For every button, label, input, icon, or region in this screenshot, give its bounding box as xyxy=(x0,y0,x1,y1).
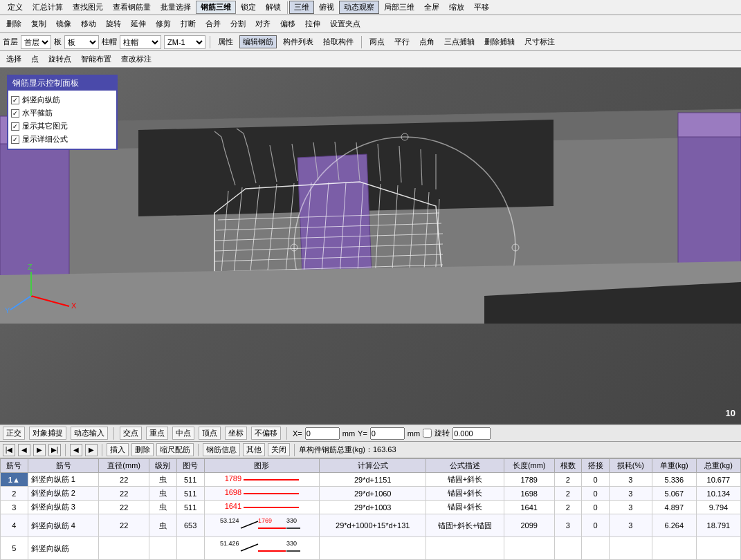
panel-item-4[interactable]: ✓ 显示详细公式 xyxy=(11,133,113,146)
panel-label-2: 水平箍筋 xyxy=(22,108,53,118)
btn-intersection[interactable]: 交点 xyxy=(120,427,142,440)
btn-copy[interactable]: 复制 xyxy=(28,17,50,30)
menu-view-rebar[interactable]: 查看钢筋量 xyxy=(108,1,156,14)
checkbox-3[interactable]: ✓ xyxy=(11,122,19,131)
menu-local-3d[interactable]: 局部三维 xyxy=(379,1,419,14)
row-3-num: 3 xyxy=(1,501,28,514)
rebar-table-container[interactable]: 筋号 筋号 直径(mm) 级别 图号 图形 计算公式 公式描述 长度(mm) 根… xyxy=(0,458,741,560)
btn-close[interactable]: 关闭 xyxy=(268,443,290,456)
btn-del-row[interactable]: 删除 xyxy=(131,443,154,456)
menu-find[interactable]: 查找图元 xyxy=(68,1,108,14)
btn-point-angle[interactable]: 点角 xyxy=(416,35,438,48)
element-select[interactable]: 柱帽 xyxy=(120,35,161,49)
type-select[interactable]: 板 xyxy=(64,35,99,49)
btn-nav-next2[interactable]: ▶ xyxy=(85,444,98,456)
sep4 xyxy=(113,427,114,440)
menu-fullscreen[interactable]: 全屏 xyxy=(419,1,444,14)
panel-item-2[interactable]: ✓ 水平箍筋 xyxy=(11,106,113,120)
svg-text:51.426: 51.426 xyxy=(220,540,239,547)
btn-edit-rebar[interactable]: 编辑钢筋 xyxy=(239,35,277,48)
checkbox-2[interactable]: ✓ xyxy=(11,109,19,118)
row-3-grade: 虫 xyxy=(149,501,177,514)
btn-point[interactable]: 点 xyxy=(28,53,42,66)
row-1-num: 1▲ xyxy=(1,473,28,487)
btn-vertex[interactable]: 顶点 xyxy=(199,427,221,440)
btn-nav-prev[interactable]: ◀ xyxy=(18,444,30,456)
btn-property[interactable]: 属性 xyxy=(214,35,237,48)
viewport-3d[interactable]: Y X Z 钢筋显示控制面板 ✓ 斜竖向纵筋 ✓ 水平箍筋 ✓ 显示其它图元 ✓… xyxy=(0,68,741,424)
btn-smart-layout[interactable]: 智能布置 xyxy=(77,53,115,66)
btn-snap[interactable]: 对象捕捉 xyxy=(29,427,66,440)
panel-item-3[interactable]: ✓ 显示其它图元 xyxy=(11,120,113,133)
element-id-select[interactable]: ZM-1 xyxy=(164,35,205,49)
btn-dimension[interactable]: 尺寸标注 xyxy=(521,35,558,48)
btn-rotate[interactable]: 旋转 xyxy=(102,17,125,30)
menu-batch[interactable]: 批量选择 xyxy=(156,1,196,14)
btn-nav-prev2[interactable]: ◀ xyxy=(70,444,82,456)
floor-select[interactable]: 首层 xyxy=(21,35,51,49)
row-4-grade: 虫 xyxy=(149,514,177,537)
btn-check-annotation[interactable]: 查改标注 xyxy=(118,53,155,66)
checkbox-4[interactable]: ✓ xyxy=(11,136,19,144)
btn-align[interactable]: 对齐 xyxy=(252,17,274,30)
btn-rebar-info[interactable]: 钢筋信息 xyxy=(203,443,240,456)
btn-extend[interactable]: 延伸 xyxy=(127,17,149,30)
btn-endpoint[interactable]: 重点 xyxy=(146,427,168,440)
btn-no-offset[interactable]: 不偏移 xyxy=(251,427,281,440)
btn-nav-next[interactable]: ▶ xyxy=(33,444,46,456)
btn-element-list[interactable]: 构件列表 xyxy=(280,35,317,48)
th-figure: 图形 xyxy=(204,459,320,473)
x-input[interactable] xyxy=(305,427,340,440)
menu-3d[interactable]: 三维 xyxy=(289,1,314,14)
btn-select[interactable]: 选择 xyxy=(3,53,25,66)
btn-parallel[interactable]: 平行 xyxy=(391,35,413,48)
table-row: 3 斜竖向纵筋 3 22 虫 511 1641 29*d+1003 锚固+斜长 … xyxy=(1,501,741,514)
btn-rotate-point[interactable]: 旋转点 xyxy=(45,53,75,66)
btn-pick-element[interactable]: 拾取构件 xyxy=(320,35,357,48)
btn-insert[interactable]: 插入 xyxy=(107,443,129,456)
btn-midpoint[interactable]: 中点 xyxy=(172,427,194,440)
btn-delete[interactable]: 删除 xyxy=(3,17,25,30)
menu-zoom[interactable]: 缩放 xyxy=(444,1,469,14)
checkbox-1[interactable]: ✓ xyxy=(11,96,19,104)
btn-nav-last[interactable]: ▶| xyxy=(48,444,61,456)
btn-dynamic-input[interactable]: 动态输入 xyxy=(71,427,108,440)
menu-pan[interactable]: 平移 xyxy=(469,1,494,14)
y-input[interactable] xyxy=(370,427,405,440)
th-formula: 计算公式 xyxy=(320,459,426,473)
row-1-shape: 1789 xyxy=(204,473,320,487)
btn-move[interactable]: 移动 xyxy=(77,17,100,30)
btn-coord[interactable]: 坐标 xyxy=(225,427,247,440)
btn-two-point[interactable]: 两点 xyxy=(366,35,388,48)
status-bar: 正交 对象捕捉 动态输入 交点 重点 中点 顶点 坐标 不偏移 X= mm Y=… xyxy=(0,425,741,442)
menu-calc[interactable]: 汇总计算 xyxy=(28,1,68,14)
rotate-checkbox[interactable] xyxy=(423,429,432,438)
btn-grip[interactable]: 设置夹点 xyxy=(327,17,364,30)
btn-break[interactable]: 打断 xyxy=(177,17,199,30)
row-2-dia: 22 xyxy=(99,487,149,501)
btn-merge[interactable]: 合并 xyxy=(202,17,224,30)
btn-nav-first[interactable]: |◀ xyxy=(3,444,15,456)
menu-unlock[interactable]: 解锁 xyxy=(261,1,286,14)
btn-split[interactable]: 分割 xyxy=(227,17,249,30)
btn-stretch[interactable]: 拉伸 xyxy=(302,17,324,30)
menu-define[interactable]: 定义 xyxy=(3,1,28,14)
btn-mirror[interactable]: 镜像 xyxy=(53,17,75,30)
menu-rebar-3d[interactable]: 钢筋三维 xyxy=(196,1,236,14)
btn-shrink-rebar[interactable]: 缩尺配筋 xyxy=(156,443,194,456)
row-2-len: 1698 xyxy=(504,487,554,501)
menu-lock[interactable]: 锁定 xyxy=(236,1,261,14)
btn-offset[interactable]: 偏移 xyxy=(277,17,299,30)
btn-three-point-axis[interactable]: 三点捕轴 xyxy=(441,35,478,48)
btn-del-axis[interactable]: 删除捕轴 xyxy=(481,35,518,48)
svg-text:Y: Y xyxy=(5,306,10,315)
btn-trim[interactable]: 修剪 xyxy=(152,17,174,30)
btn-ortho[interactable]: 正交 xyxy=(3,427,25,440)
rotate-input[interactable] xyxy=(452,427,491,440)
menu-top-view[interactable]: 俯视 xyxy=(314,1,339,14)
panel-label-3: 显示其它图元 xyxy=(22,121,68,131)
edit-toolbar: 删除 复制 镜像 移动 旋转 延伸 修剪 打断 合并 分割 对齐 偏移 拉伸 设… xyxy=(0,15,741,33)
menu-dynamic-observe[interactable]: 动态观察 xyxy=(339,1,379,14)
btn-other[interactable]: 其他 xyxy=(243,443,265,456)
panel-item-1[interactable]: ✓ 斜竖向纵筋 xyxy=(11,93,113,106)
